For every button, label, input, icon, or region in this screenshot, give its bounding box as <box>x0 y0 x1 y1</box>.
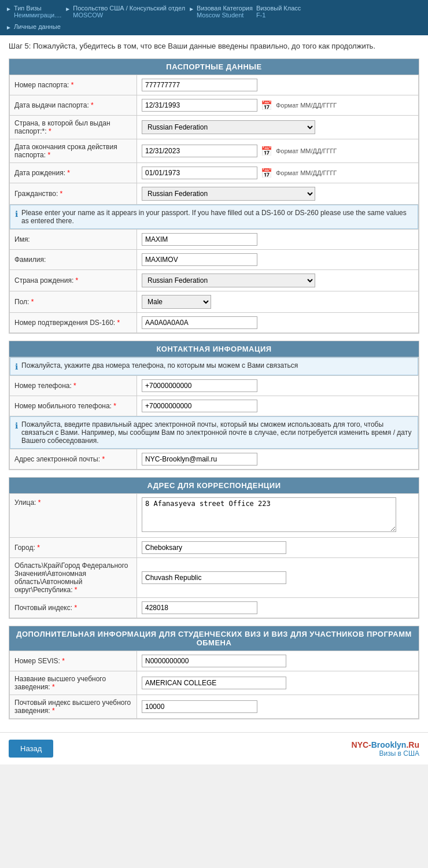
sevis-row: Номер SEVIS: * <box>10 651 419 671</box>
school-name-input[interactable] <box>142 677 286 689</box>
mobile-input[interactable] <box>142 400 257 412</box>
passport-form-table: Номер паспорта: * Дата выдачи паспорта: … <box>9 75 419 333</box>
footer: Назад NYC-Brooklyn.Ru Визы в США <box>0 732 428 764</box>
nav-item-class[interactable]: Визовый Класс F-1 <box>256 5 301 19</box>
last-name-label: Фамилия: <box>14 256 46 264</box>
nav-item-visa-type[interactable]: ► Тип Визы Неиммиграци.... <box>6 5 61 19</box>
nav-label-visa-type: Тип Визы <box>14 5 61 12</box>
date-format-3: Формат ММ/ДД/ГГГГ <box>276 169 337 176</box>
street-input[interactable]: 8 Afanasyeva street Office 223 <box>142 497 396 532</box>
ds160-label: Номер подтверждения DS-160: * <box>14 319 120 327</box>
nav-value-class: F-1 <box>256 12 301 19</box>
sevis-input[interactable] <box>142 655 286 667</box>
school-zip-row: Почтовый индекс высшего учебного заведен… <box>10 695 419 719</box>
school-zip-input[interactable] <box>142 700 257 713</box>
back-button[interactable]: Назад <box>9 740 53 758</box>
nav-value-embassy: MOSCOW <box>73 12 185 19</box>
city-input[interactable] <box>142 541 286 554</box>
street-row: Улица: * 8 Afanasyeva street Office 223 <box>10 494 419 538</box>
passport-issue-date-input[interactable] <box>142 99 257 112</box>
nav-arrow-personal: ► <box>6 24 12 31</box>
birth-country-label: Страна рождения: * <box>14 276 78 285</box>
zip-label: Почтовый индекс: * <box>14 604 77 612</box>
passport-section-header: ПАСПОРТНЫЕ ДАННЫЕ <box>9 59 419 75</box>
citizenship-row: Гражданство: * Russian Federation <box>10 183 419 205</box>
gender-label: Пол: * <box>14 298 34 306</box>
logo-ru: .Ru <box>406 740 419 749</box>
nav-item-embassy[interactable]: ► Посольство США / Консульский отдел MOS… <box>65 5 185 19</box>
calendar-icon-3[interactable]: 📅 <box>261 168 272 179</box>
birth-date-row: Дата рождения: * 📅 Формат ММ/ДД/ГГГГ <box>10 163 419 183</box>
phone-row: Номер телефона: * <box>10 376 419 396</box>
first-name-label: Имя: <box>14 235 30 243</box>
passport-info-row: ℹ Please enter your name as it appears i… <box>10 205 419 230</box>
logo-text: NYC-Brooklyn.Ru <box>352 740 419 749</box>
nav-label-personal: Личные данные <box>14 23 61 30</box>
main-content: Шаг 5: Пожалуйста, убедитесь в том, что … <box>0 35 428 732</box>
mobile-row: Номер мобильного телефона: * <box>10 396 419 416</box>
email-label: Адрес электронной почты: * <box>14 455 105 463</box>
contact-info-text: Пожалуйста, укажите два номера телефона,… <box>21 361 298 370</box>
nav-item-personal[interactable]: ► Личные данные <box>6 23 61 31</box>
last-name-input[interactable] <box>142 253 257 266</box>
first-name-input[interactable] <box>142 233 257 246</box>
passport-country-row: Страна, в которой был выдан паспорт:*: *… <box>10 116 419 139</box>
passport-expiry-label: Дата окончания срока действия паспорта: … <box>14 143 117 159</box>
nav-label-category: Визовая Категория <box>197 5 253 12</box>
address-section-header: АДРЕС ДЛЯ КОРРЕСПОНДЕНЦИИ <box>9 478 419 493</box>
header-nav: ► Тип Визы Неиммиграци.... ► Посольство … <box>0 0 428 35</box>
passport-section: ПАСПОРТНЫЕ ДАННЫЕ Номер паспорта: * Дата… <box>9 58 419 334</box>
info-icon-2: ℹ <box>15 362 18 371</box>
passport-expiry-row: Дата окончания срока действия паспорта: … <box>10 139 419 163</box>
ds160-input[interactable] <box>142 316 257 329</box>
student-section-header: ДОПОЛНИТЕЛЬНАЯ ИНФОРМАЦИЯ ДЛЯ СТУДЕНЧЕСК… <box>9 626 419 651</box>
student-form-table: Номер SEVIS: * Название высшего учебного… <box>9 651 419 719</box>
nav-value-category: Moscow Student <box>197 12 253 19</box>
email-row: Адрес электронной почты: * <box>10 449 419 470</box>
first-name-row: Имя: <box>10 230 419 250</box>
passport-number-input[interactable] <box>142 79 257 91</box>
date-format-2: Формат ММ/ДД/ГГГГ <box>276 147 337 154</box>
citizenship-select[interactable]: Russian Federation <box>142 187 315 201</box>
phone-label: Номер телефона: * <box>14 382 76 390</box>
passport-info-text: Please enter your name as it appears in … <box>21 209 413 225</box>
zip-row: Почтовый индекс: * <box>10 598 419 618</box>
nav-item-category[interactable]: ► Визовая Категория Moscow Student <box>189 5 253 19</box>
school-zip-label: Почтовый индекс высшего учебного заведен… <box>14 699 131 715</box>
birth-country-select[interactable]: Russian Federation <box>142 274 315 287</box>
region-label: Область\Край\Город Федерального Значения… <box>14 562 128 594</box>
gender-row: Пол: * Male <box>10 291 419 313</box>
calendar-icon-2[interactable]: 📅 <box>261 146 272 157</box>
nav-value-visa-type: Неиммиграци.... <box>14 12 61 19</box>
city-row: Город: * <box>10 538 419 558</box>
logo-sub: Визы в США <box>379 749 419 758</box>
logo-area: NYC-Brooklyn.Ru Визы в США <box>352 740 419 758</box>
passport-expiry-input[interactable] <box>142 145 257 157</box>
passport-number-row: Номер паспорта: * <box>10 75 419 95</box>
zip-input[interactable] <box>142 601 257 614</box>
passport-issue-date-label: Дата выдачи паспорта: * <box>14 101 94 109</box>
last-name-row: Фамилия: <box>10 250 419 270</box>
step-text: Шаг 5: Пожалуйста, убедитесь в том, что … <box>9 41 419 51</box>
gender-select[interactable]: Male <box>142 295 211 309</box>
email-info-row: ℹ Пожалуйста, введите правильный адрес э… <box>10 416 419 449</box>
email-info-text: Пожалуйста, введите правильный адрес эле… <box>21 420 413 445</box>
school-name-row: Название высшего учебного заведения: * <box>10 671 419 695</box>
logo-nyc: NYC- <box>352 740 371 749</box>
phone-input[interactable] <box>142 379 257 392</box>
contact-form-table: ℹ Пожалуйста, укажите два номера телефон… <box>9 357 419 470</box>
city-label: Город: * <box>14 544 40 552</box>
logo-brooklyn: Brooklyn <box>371 740 407 749</box>
calendar-icon-1[interactable]: 📅 <box>261 100 272 111</box>
citizenship-label: Гражданство: * <box>14 190 62 198</box>
email-input[interactable] <box>142 453 257 466</box>
info-icon-3: ℹ <box>15 421 18 430</box>
nav-arrow-2: ► <box>65 6 71 12</box>
region-row: Область\Край\Город Федерального Значения… <box>10 558 419 598</box>
birth-date-input[interactable] <box>142 167 257 179</box>
birth-date-label: Дата рождения: * <box>14 169 70 177</box>
nav-label-class: Визовый Класс <box>256 5 301 12</box>
passport-country-select[interactable]: Russian Federation <box>142 120 315 134</box>
sevis-label: Номер SEVIS: * <box>14 657 65 665</box>
region-input[interactable] <box>142 571 286 584</box>
